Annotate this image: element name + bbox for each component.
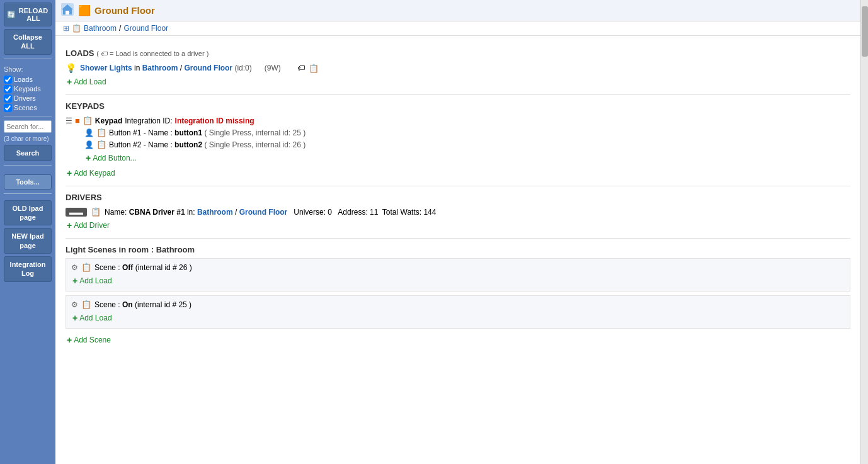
button2-detail: ( Single Press, internal id: 26 )	[204, 140, 306, 149]
scene-on-name: On	[122, 300, 133, 309]
cb-keypads-text: Keypads	[14, 85, 41, 93]
cb-keypads-checkbox[interactable]	[4, 85, 12, 93]
cb-loads-label[interactable]: Loads	[4, 76, 41, 84]
add-scene-container: + Add Scene	[66, 332, 850, 348]
scene-on-row: ⚙ 📋 Scene : On (internal id # 25 )	[71, 298, 845, 310]
load-name-link[interactable]: Shower Lights	[80, 64, 132, 72]
search-button[interactable]: Search	[4, 145, 52, 161]
add-load-container: + Add Load	[66, 74, 850, 89]
cb-keypads-label[interactable]: Keypads	[4, 85, 41, 93]
scene-off-row: ⚙ 📋 Scene : Off (internal id # 26 )	[71, 261, 845, 273]
scene-on-edit-icon[interactable]: 📋	[81, 300, 91, 309]
scene-off-add-load-label: Add Load	[79, 276, 111, 285]
new-ipad-button[interactable]: NEW Ipad page	[4, 228, 52, 254]
cb-drivers-label[interactable]: Drivers	[4, 94, 41, 103]
breadcrumb-bathroom-link[interactable]: Bathroom	[84, 24, 117, 33]
load-bulb-icon: 💡	[66, 63, 76, 73]
load-floor-link[interactable]: Ground Floor	[184, 64, 232, 72]
main-area: 🟧 Ground Floor ⊞ 📋 Bathroom/ Ground Floo…	[55, 0, 860, 464]
scene-off-add-load-button[interactable]: + Add Load	[72, 276, 112, 286]
breadcrumb: ⊞ 📋 Bathroom/ Ground Floor	[55, 21, 860, 36]
sidebar-divider-3	[4, 165, 52, 166]
button1-edit-icon[interactable]: 📋	[96, 128, 106, 137]
sidebar-divider-1	[4, 59, 52, 59]
add-load-label: Add Load	[74, 77, 106, 86]
load-item: 💡 Shower Lights in Bathroom / Ground Flo…	[66, 62, 850, 74]
search-input[interactable]	[4, 120, 52, 133]
load-name: Shower Lights in Bathroom / Ground Floor…	[80, 64, 281, 72]
scrollbar-track	[860, 0, 868, 464]
loads-section: LOADS ( 🏷 = Load is connected to a drive…	[66, 48, 850, 89]
scene-on-add-load-label: Add Load	[79, 314, 111, 322]
driver-watts: 144	[423, 208, 436, 217]
show-label: Show:	[3, 65, 23, 73]
content-area: LOADS ( 🏷 = Load is connected to a drive…	[55, 36, 860, 464]
svg-rect-2	[66, 11, 69, 14]
scene-on-block: ⚙ 📋 Scene : On (internal id # 25 ) + Add…	[66, 295, 850, 329]
load-tag-icon: 🏷	[297, 64, 305, 72]
driver-item: ▬▬ 📋 Name: CBNA Driver #1 in: Bathroom /…	[66, 206, 850, 218]
scene-on-add-load-button[interactable]: + Add Load	[72, 313, 112, 323]
keypads-section: KEYPADS ☰ ■ 📋 Keypad Integration ID: Int…	[66, 101, 850, 181]
scene-off-edit-icon[interactable]: 📋	[81, 263, 91, 272]
button2-edit-icon[interactable]: 📋	[96, 140, 106, 149]
add-scene-button[interactable]: + Add Scene	[67, 335, 111, 345]
add-load-plus-icon: +	[67, 77, 72, 87]
driver-slash: /	[235, 208, 239, 217]
add-driver-plus-icon: +	[67, 220, 72, 230]
drivers-header: DRIVERS	[66, 193, 850, 202]
load-id: (id:0)	[234, 64, 251, 72]
breadcrumb-groundfloor-link[interactable]: Ground Floor	[123, 24, 168, 33]
scenes-section: Light Scenes in room : Bathroom ⚙ 📋 Scen…	[66, 245, 850, 348]
button1-detail: ( Single Press, internal id: 25 )	[204, 128, 306, 137]
add-load-button[interactable]: + Add Load	[67, 77, 106, 87]
load-room-link[interactable]: Bathroom	[142, 64, 178, 72]
divider-2	[66, 186, 850, 186]
driver-address: 11	[370, 208, 378, 217]
page-title: Ground Floor	[94, 5, 155, 16]
integration-log-button[interactable]: Integration Log	[4, 256, 52, 282]
scene-on-add-load: + Add Load	[71, 310, 845, 325]
keypad-item: ☰ ■ 📋 Keypad Integration ID: Integration…	[66, 115, 850, 127]
add-keypad-label: Add Keypad	[74, 169, 115, 178]
driver-edit-icon[interactable]: 📋	[91, 207, 101, 217]
button2-label: Button #2 - Name : button2 ( Single Pres…	[109, 140, 306, 149]
scene-off-add-load: + Add Load	[71, 273, 845, 288]
scene-on-label: Scene : On (internal id # 25 )	[94, 300, 191, 309]
tools-button[interactable]: Tools...	[4, 174, 52, 190]
driver-floor-link[interactable]: Ground Floor	[239, 208, 288, 217]
add-button-button[interactable]: + Add Button...	[86, 153, 137, 163]
title-floor-icon: 🟧	[78, 4, 91, 16]
load-edit-icon[interactable]: 📋	[309, 64, 319, 73]
driver-room-link[interactable]: Bathroom	[197, 208, 233, 217]
cb-scenes-checkbox[interactable]	[4, 104, 12, 112]
breadcrumb-icon-1: ⊞	[63, 24, 69, 33]
keypad-list-icon: ☰	[66, 116, 72, 125]
scene-off-block: ⚙ 📋 Scene : Off (internal id # 26 ) + Ad…	[66, 258, 850, 291]
scene-off-name: Off	[122, 263, 133, 272]
add-keypad-button[interactable]: + Add Keypad	[67, 168, 115, 178]
breadcrumb-sep: /	[119, 24, 121, 33]
cb-drivers-checkbox[interactable]	[4, 94, 12, 103]
house-svg	[60, 3, 74, 16]
old-ipad-button[interactable]: OLD Ipad page	[4, 200, 52, 226]
collapse-all-button[interactable]: Collapse ALL	[4, 29, 52, 55]
keypad-error-text: Integration ID missing	[175, 116, 254, 125]
scene-on-plus-icon: +	[72, 313, 77, 323]
add-driver-button[interactable]: + Add Driver	[67, 220, 110, 230]
button2-name: button2	[174, 140, 202, 149]
scene-off-plus-icon: +	[72, 276, 77, 286]
reload-all-button[interactable]: 🔄 RELOAD ALL	[4, 3, 52, 26]
scrollbar-thumb[interactable]	[862, 6, 868, 57]
add-scene-plus-icon: +	[67, 335, 72, 345]
cb-scenes-text: Scenes	[14, 104, 37, 111]
show-checkboxes: Loads Keypads Drivers Scenes	[3, 76, 41, 112]
keypad-color-icon: ■	[75, 116, 80, 125]
sidebar: 🔄 RELOAD ALL Collapse ALL Show: Loads Ke…	[0, 0, 55, 464]
cb-loads-checkbox[interactable]	[4, 76, 12, 84]
scenes-header: Light Scenes in room : Bathroom	[66, 245, 850, 254]
keypad-edit-icon[interactable]: 📋	[83, 116, 93, 125]
keypad-integration-label: Integration ID:	[125, 116, 172, 125]
cb-scenes-label[interactable]: Scenes	[4, 104, 41, 112]
reload-all-label: RELOAD ALL	[18, 7, 49, 22]
